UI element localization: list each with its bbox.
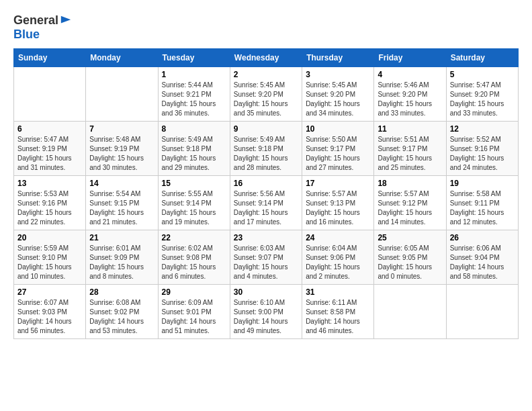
- day-info: Sunrise: 6:06 AM Sunset: 9:04 PM Dayligh…: [450, 244, 515, 281]
- day-number: 18: [378, 179, 442, 188]
- weekday-header-cell: Sunday: [14, 49, 86, 67]
- calendar-cell: 2Sunrise: 5:45 AM Sunset: 9:20 PM Daylig…: [230, 67, 302, 122]
- day-info: Sunrise: 5:59 AM Sunset: 9:10 PM Dayligh…: [17, 244, 82, 281]
- weekday-header-cell: Thursday: [302, 49, 374, 67]
- svg-marker-0: [61, 15, 71, 23]
- calendar-cell: 18Sunrise: 5:57 AM Sunset: 9:12 PM Dayli…: [374, 176, 446, 230]
- day-number: 5: [450, 70, 515, 79]
- calendar-week-row: 20Sunrise: 5:59 AM Sunset: 9:10 PM Dayli…: [14, 230, 519, 285]
- day-info: Sunrise: 5:53 AM Sunset: 9:16 PM Dayligh…: [17, 189, 82, 227]
- day-info: Sunrise: 6:03 AM Sunset: 9:07 PM Dayligh…: [234, 244, 298, 281]
- day-number: 31: [306, 287, 370, 297]
- calendar-cell: 6Sunrise: 5:47 AM Sunset: 9:19 PM Daylig…: [14, 122, 86, 176]
- day-number: 15: [162, 179, 226, 188]
- day-number: 25: [378, 233, 442, 242]
- day-number: 6: [17, 124, 82, 134]
- calendar-cell: 17Sunrise: 5:57 AM Sunset: 9:13 PM Dayli…: [302, 176, 374, 230]
- calendar-body: 1Sunrise: 5:44 AM Sunset: 9:21 PM Daylig…: [14, 67, 519, 339]
- day-number: 12: [450, 124, 515, 134]
- day-number: 20: [17, 233, 82, 242]
- calendar-cell: 21Sunrise: 6:01 AM Sunset: 9:09 PM Dayli…: [86, 230, 158, 285]
- day-number: 17: [306, 179, 370, 188]
- day-number: 9: [234, 124, 298, 134]
- day-info: Sunrise: 6:11 AM Sunset: 8:58 PM Dayligh…: [306, 298, 370, 336]
- calendar-cell: 15Sunrise: 5:55 AM Sunset: 9:14 PM Dayli…: [158, 176, 230, 230]
- day-info: Sunrise: 5:49 AM Sunset: 9:18 PM Dayligh…: [234, 135, 298, 173]
- day-info: Sunrise: 5:45 AM Sunset: 9:20 PM Dayligh…: [306, 81, 370, 118]
- calendar-cell: 8Sunrise: 5:49 AM Sunset: 9:18 PM Daylig…: [158, 122, 230, 176]
- day-info: Sunrise: 5:44 AM Sunset: 9:21 PM Dayligh…: [162, 81, 226, 118]
- calendar-cell: 16Sunrise: 5:56 AM Sunset: 9:14 PM Dayli…: [230, 176, 302, 230]
- day-info: Sunrise: 5:57 AM Sunset: 9:13 PM Dayligh…: [306, 189, 370, 227]
- day-number: 10: [306, 124, 370, 134]
- calendar-cell: [86, 67, 158, 122]
- day-info: Sunrise: 5:46 AM Sunset: 9:20 PM Dayligh…: [378, 81, 442, 118]
- calendar-cell: 5Sunrise: 5:47 AM Sunset: 9:20 PM Daylig…: [446, 67, 518, 122]
- calendar-cell: 9Sunrise: 5:49 AM Sunset: 9:18 PM Daylig…: [230, 122, 302, 176]
- day-number: 28: [89, 287, 154, 297]
- calendar-cell: 24Sunrise: 6:04 AM Sunset: 9:06 PM Dayli…: [302, 230, 374, 285]
- day-number: 7: [89, 124, 154, 134]
- calendar-cell: 29Sunrise: 6:09 AM Sunset: 9:01 PM Dayli…: [158, 285, 230, 339]
- calendar-cell: 14Sunrise: 5:54 AM Sunset: 9:15 PM Dayli…: [86, 176, 158, 230]
- day-number: 26: [450, 233, 515, 242]
- day-info: Sunrise: 5:50 AM Sunset: 9:17 PM Dayligh…: [306, 135, 370, 173]
- calendar-cell: [14, 67, 86, 122]
- weekday-header-row: SundayMondayTuesdayWednesdayThursdayFrid…: [14, 49, 519, 67]
- day-number: 3: [306, 70, 370, 79]
- day-info: Sunrise: 5:56 AM Sunset: 9:14 PM Dayligh…: [234, 189, 298, 227]
- calendar-cell: 23Sunrise: 6:03 AM Sunset: 9:07 PM Dayli…: [230, 230, 302, 285]
- calendar-cell: 19Sunrise: 5:58 AM Sunset: 9:11 PM Dayli…: [446, 176, 518, 230]
- day-number: 19: [450, 179, 515, 188]
- weekday-header-cell: Monday: [86, 49, 158, 67]
- day-number: 2: [234, 70, 298, 79]
- day-info: Sunrise: 5:45 AM Sunset: 9:20 PM Dayligh…: [234, 81, 298, 118]
- calendar-cell: [446, 285, 518, 339]
- calendar-cell: 28Sunrise: 6:08 AM Sunset: 9:02 PM Dayli…: [86, 285, 158, 339]
- calendar-cell: [374, 285, 446, 339]
- day-info: Sunrise: 5:47 AM Sunset: 9:19 PM Dayligh…: [17, 135, 82, 173]
- day-number: 1: [162, 70, 226, 79]
- calendar-cell: 3Sunrise: 5:45 AM Sunset: 9:20 PM Daylig…: [302, 67, 374, 122]
- calendar-cell: 22Sunrise: 6:02 AM Sunset: 9:08 PM Dayli…: [158, 230, 230, 285]
- calendar-week-row: 27Sunrise: 6:07 AM Sunset: 9:03 PM Dayli…: [14, 285, 519, 339]
- calendar-cell: 30Sunrise: 6:10 AM Sunset: 9:00 PM Dayli…: [230, 285, 302, 339]
- calendar-week-row: 13Sunrise: 5:53 AM Sunset: 9:16 PM Dayli…: [14, 176, 519, 230]
- day-info: Sunrise: 6:02 AM Sunset: 9:08 PM Dayligh…: [162, 244, 226, 281]
- weekday-header-cell: Tuesday: [158, 49, 230, 67]
- page-header: General Blue: [13, 13, 519, 42]
- day-info: Sunrise: 6:10 AM Sunset: 9:00 PM Dayligh…: [234, 298, 298, 336]
- logo: General Blue: [13, 13, 72, 42]
- calendar-cell: 20Sunrise: 5:59 AM Sunset: 9:10 PM Dayli…: [14, 230, 86, 285]
- day-info: Sunrise: 5:47 AM Sunset: 9:20 PM Dayligh…: [450, 81, 515, 118]
- day-number: 24: [306, 233, 370, 242]
- calendar-cell: 13Sunrise: 5:53 AM Sunset: 9:16 PM Dayli…: [14, 176, 86, 230]
- day-number: 4: [378, 70, 442, 79]
- day-info: Sunrise: 6:04 AM Sunset: 9:06 PM Dayligh…: [306, 244, 370, 281]
- weekday-header-cell: Wednesday: [230, 49, 302, 67]
- day-info: Sunrise: 5:58 AM Sunset: 9:11 PM Dayligh…: [450, 189, 515, 227]
- day-number: 23: [234, 233, 298, 242]
- calendar-cell: 1Sunrise: 5:44 AM Sunset: 9:21 PM Daylig…: [158, 67, 230, 122]
- day-number: 22: [162, 233, 226, 242]
- day-number: 16: [234, 179, 298, 188]
- day-info: Sunrise: 5:52 AM Sunset: 9:16 PM Dayligh…: [450, 135, 515, 173]
- calendar-week-row: 6Sunrise: 5:47 AM Sunset: 9:19 PM Daylig…: [14, 122, 519, 176]
- calendar-cell: 31Sunrise: 6:11 AM Sunset: 8:58 PM Dayli…: [302, 285, 374, 339]
- calendar-table: SundayMondayTuesdayWednesdayThursdayFrid…: [13, 48, 519, 339]
- calendar-cell: 25Sunrise: 6:05 AM Sunset: 9:05 PM Dayli…: [374, 230, 446, 285]
- weekday-header-cell: Friday: [374, 49, 446, 67]
- day-info: Sunrise: 6:08 AM Sunset: 9:02 PM Dayligh…: [89, 298, 154, 336]
- day-number: 21: [89, 233, 154, 242]
- day-info: Sunrise: 5:55 AM Sunset: 9:14 PM Dayligh…: [162, 189, 226, 227]
- day-info: Sunrise: 6:01 AM Sunset: 9:09 PM Dayligh…: [89, 244, 154, 281]
- day-number: 30: [234, 287, 298, 297]
- day-number: 29: [162, 287, 226, 297]
- calendar-cell: 7Sunrise: 5:48 AM Sunset: 9:19 PM Daylig…: [86, 122, 158, 176]
- day-number: 8: [162, 124, 226, 134]
- day-number: 27: [17, 287, 82, 297]
- calendar-cell: 26Sunrise: 6:06 AM Sunset: 9:04 PM Dayli…: [446, 230, 518, 285]
- logo-general-text: General: [13, 13, 58, 28]
- logo-flag-icon: [60, 15, 72, 27]
- calendar-cell: 10Sunrise: 5:50 AM Sunset: 9:17 PM Dayli…: [302, 122, 374, 176]
